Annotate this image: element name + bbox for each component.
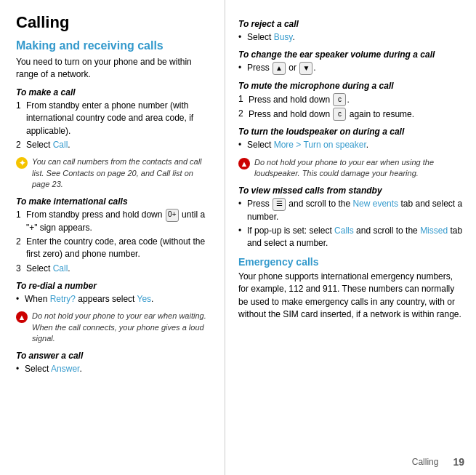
- missed-list: Press ☰ and scroll to the New events tab…: [238, 198, 464, 250]
- make-call-step-1: 1 From standby enter a phone number (wit…: [16, 100, 213, 137]
- tip-text: You can call numbers from the contacts a…: [32, 156, 213, 190]
- mute-step-1: 1 Press and hold down c.: [238, 93, 464, 106]
- new-events-link[interactable]: New events: [352, 199, 398, 209]
- answer-item: Select Answer.: [16, 363, 213, 375]
- loudspeaker-item: Select More > Turn on speaker.: [238, 139, 464, 151]
- loudspeaker-heading: To turn the loudspeaker on during a call: [238, 127, 464, 137]
- footer-label: Calling: [412, 457, 439, 467]
- warn-text-1: Do not hold your phone to your ear when …: [32, 311, 213, 344]
- volume-heading: To change the ear speaker volume during …: [238, 49, 464, 60]
- reject-heading: To reject a call: [238, 19, 464, 29]
- key-c-1: c: [333, 93, 346, 106]
- yes-link[interactable]: Yes: [137, 294, 152, 304]
- mute-steps: 1 Press and hold down c. 2 Press and hol…: [238, 93, 464, 121]
- tip-box-1: ✦ You can call numbers from the contacts…: [16, 156, 213, 190]
- make-call-step-2: 2 Select Call.: [16, 139, 213, 151]
- make-call-steps: 1 From standby enter a phone number (wit…: [16, 100, 213, 152]
- page-wrapper: Calling Making and receiving calls You n…: [0, 0, 476, 475]
- page-title: Calling: [16, 13, 213, 32]
- key-menu: ☰: [273, 198, 286, 211]
- loudspeaker-list: Select More > Turn on speaker.: [238, 139, 464, 151]
- footer: Calling 19: [412, 456, 464, 468]
- redial-heading: To re-dial a number: [16, 281, 213, 291]
- missed-heading: To view missed calls from standby: [238, 185, 464, 196]
- international-step-2: 2 Enter the country code, area code (wit…: [16, 236, 213, 261]
- missed-item-2: If pop-up is set: select Calls and scrol…: [238, 225, 464, 250]
- international-step-3: 3 Select Call.: [16, 263, 213, 275]
- call-link-1[interactable]: Call: [53, 140, 68, 150]
- missed-item-1: Press ☰ and scroll to the New events tab…: [238, 198, 464, 223]
- more-speaker-link[interactable]: More > Turn on speaker: [274, 140, 366, 150]
- redial-item: When Retry? appears select Yes.: [16, 293, 213, 306]
- international-heading: To make international calls: [16, 196, 213, 207]
- volume-list: Press ▲ or ▼.: [238, 62, 464, 75]
- right-column: To reject a call Select Busy. To change …: [225, 0, 476, 475]
- answer-list: Select Answer.: [16, 363, 213, 375]
- reject-list: Select Busy.: [238, 31, 464, 44]
- warn-icon-1: ▲: [16, 311, 28, 323]
- making-receiving-heading: Making and receiving calls: [16, 39, 213, 52]
- emergency-text: Your phone supports international emerge…: [238, 271, 464, 322]
- redial-list: When Retry? appears select Yes.: [16, 293, 213, 306]
- reject-item: Select Busy.: [238, 31, 464, 44]
- warn-box-2: ▲ Do not hold your phone to your ear whe…: [238, 157, 464, 180]
- intro-text: You need to turn on your phone and be wi…: [16, 56, 213, 81]
- mute-step-2: 2 Press and hold down c again to resume.: [238, 108, 464, 121]
- call-link-2[interactable]: Call: [53, 263, 68, 274]
- answer-link[interactable]: Answer: [51, 364, 79, 374]
- warn-box-1: ▲ Do not hold your phone to your ear whe…: [16, 311, 213, 344]
- left-column: Calling Making and receiving calls You n…: [0, 0, 225, 475]
- international-step-1: 1 From standby press and hold down 0+ un…: [16, 209, 213, 234]
- emergency-heading: Emergency calls: [238, 256, 464, 268]
- warn-icon-2: ▲: [238, 158, 250, 169]
- missed-link[interactable]: Missed: [420, 225, 448, 236]
- answer-heading: To answer a call: [16, 351, 213, 361]
- key-plus: 0+: [166, 209, 179, 222]
- volume-item: Press ▲ or ▼.: [238, 62, 464, 75]
- international-steps: 1 From standby press and hold down 0+ un…: [16, 209, 213, 276]
- calls-link[interactable]: Calls: [334, 225, 354, 236]
- page: Calling Making and receiving calls You n…: [0, 0, 476, 475]
- busy-link[interactable]: Busy: [274, 32, 293, 42]
- tip-icon: ✦: [16, 157, 28, 169]
- make-call-heading: To make a call: [16, 87, 213, 97]
- key-down: ▼: [299, 62, 312, 75]
- mute-heading: To mute the microphone during a call: [238, 81, 464, 91]
- warn-text-2: Do not hold your phone to your ear when …: [254, 157, 464, 180]
- footer-page-number: 19: [453, 456, 464, 468]
- retry-link[interactable]: Retry?: [50, 294, 76, 304]
- key-up: ▲: [273, 62, 286, 75]
- key-c-2: c: [333, 108, 346, 121]
